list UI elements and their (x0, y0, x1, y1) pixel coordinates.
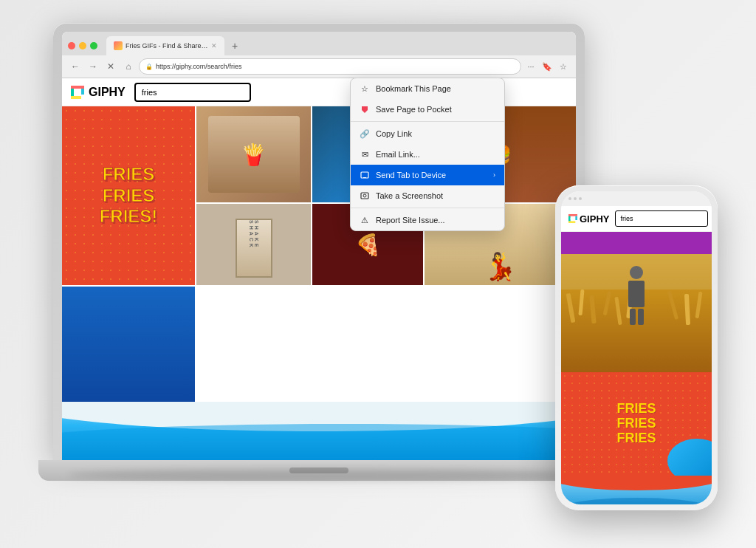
forward-button[interactable]: → (86, 59, 100, 74)
phone-wave-area (561, 476, 712, 504)
svg-rect-12 (568, 221, 575, 223)
menu-separator-2 (351, 208, 504, 208)
phone-cell-fries-image (561, 254, 712, 372)
phone-cell-fries-text: FRIES FRIES FRIES (561, 372, 712, 476)
minimize-window-dot[interactable] (79, 42, 86, 49)
close-button[interactable]: ✕ (103, 59, 118, 74)
phone-dot-3 (579, 197, 582, 200)
svg-rect-4 (74, 91, 80, 94)
menu-label-screenshot: Take a Screenshot (376, 191, 495, 200)
phone-purple-bar (561, 232, 712, 254)
phone-dot-1 (568, 197, 571, 200)
svg-rect-6 (363, 177, 366, 178)
giphy-cell-fries-text: FRIES FRIES FRIES! (62, 106, 195, 285)
svg-rect-5 (361, 172, 368, 178)
menu-item-emaillink[interactable]: ✉ Email Link... (351, 144, 504, 165)
tab-favicon (114, 41, 123, 50)
menu-button[interactable]: ··· (524, 60, 537, 73)
lock-icon: 🔒 (145, 64, 153, 70)
pocket-button[interactable]: 🔖 (540, 60, 554, 73)
report-icon: ⚠ (360, 215, 370, 225)
phone-status-bar (561, 191, 712, 206)
menu-label-emaillink: Email Link... (376, 150, 495, 159)
menu-item-pocket[interactable]: Save Page to Pocket (351, 99, 504, 120)
bookmark-icon: ☆ (360, 83, 370, 94)
giphy-logo: GIPHY (71, 86, 126, 99)
svg-point-8 (363, 194, 366, 197)
menu-label-senddevice: Send Tab to Device (376, 171, 487, 179)
bookmark-button[interactable]: ☆ (557, 60, 570, 73)
menu-label-pocket: Save Page to Pocket (376, 105, 495, 114)
browser-toolbar: ← → ✕ ⌂ 🔒 https://giphy.com/search/fries… (62, 55, 576, 78)
browser-tab-active[interactable]: Fries GIFs - Find & Share on Gi... ✕ (106, 36, 224, 55)
phone-search-input[interactable] (615, 210, 708, 227)
laptop-screen: Fries GIFs - Find & Share on Gi... ✕ + ←… (62, 32, 576, 460)
scene: Fries GIFs - Find & Share on Gi... ✕ + ←… (38, 23, 718, 525)
back-button[interactable]: ← (68, 59, 83, 74)
svg-rect-7 (361, 193, 368, 199)
email-icon: ✉ (360, 149, 370, 160)
browser-tabbar: Fries GIFs - Find & Share on Gi... ✕ + (62, 32, 576, 55)
menu-label-copylink: Copy Link (376, 129, 495, 138)
giphy-search-input[interactable] (134, 83, 251, 102)
phone-status-dots (568, 197, 582, 200)
browser-chrome: Fries GIFs - Find & Share on Gi... ✕ + ←… (62, 32, 576, 78)
tab-close-icon[interactable]: ✕ (211, 42, 217, 49)
svg-rect-11 (575, 216, 577, 220)
phone-dot-2 (574, 197, 577, 200)
submenu-arrow: › (493, 171, 495, 179)
menu-item-report[interactable]: ⚠ Report Site Issue... (351, 210, 504, 230)
menu-label-report: Report Site Issue... (376, 216, 495, 225)
menu-item-copylink[interactable]: 🔗 Copy Link (351, 123, 504, 144)
window-controls (68, 42, 97, 49)
maximize-window-dot[interactable] (90, 42, 97, 49)
menu-label-bookmark: Bookmark This Page (376, 84, 495, 93)
giphy-cell-food: 🍟 (196, 106, 311, 202)
home-button[interactable]: ⌂ (121, 59, 136, 74)
menu-item-senddevice[interactable]: Send Tab to Device › (351, 165, 504, 185)
laptop: Fries GIFs - Find & Share on Gi... ✕ + ←… (38, 23, 599, 481)
close-window-dot[interactable] (68, 42, 75, 49)
screenshot-icon (360, 191, 370, 201)
toolbar-actions: ··· 🔖 ☆ (524, 60, 570, 73)
menu-separator-1 (351, 121, 504, 122)
pocket-icon (360, 104, 370, 114)
link-icon: 🔗 (360, 129, 370, 139)
url-text: https://giphy.com/search/fries (156, 63, 241, 70)
giphy-cell-right-bottom (62, 287, 195, 402)
address-bar[interactable]: 🔒 https://giphy.com/search/fries (139, 58, 521, 75)
svg-rect-1 (71, 86, 84, 89)
new-tab-button[interactable]: + (227, 38, 242, 53)
tab-title: Fries GIFs - Find & Share on Gi... (126, 42, 208, 49)
device-icon (360, 170, 370, 180)
giphy-logo-text: GIPHY (89, 86, 126, 99)
menu-item-screenshot[interactable]: Take a Screenshot (351, 185, 504, 206)
svg-rect-3 (71, 96, 81, 99)
phone-giphy-header: GIPHY (561, 206, 712, 232)
context-menu: ☆ Bookmark This Page Save Page to Pocket (350, 78, 505, 231)
svg-rect-10 (568, 214, 577, 216)
menu-item-bookmark[interactable]: ☆ Bookmark This Page (351, 78, 504, 99)
laptop-shadow (68, 469, 570, 481)
phone-screen: GIPHY (561, 191, 712, 504)
svg-rect-2 (81, 89, 84, 95)
phone-body: GIPHY (555, 185, 718, 510)
svg-rect-13 (571, 218, 574, 220)
giphy-logo-icon (71, 86, 84, 99)
laptop-screen-outer: Fries GIFs - Find & Share on Gi... ✕ + ←… (53, 23, 585, 460)
phone: GIPHY (555, 185, 718, 510)
giphy-cell-shake-shack: SHAKE SHACK (196, 204, 311, 285)
phone-giphy-logo-text: GIPHY (580, 213, 609, 225)
phone-giphy-logo-icon (568, 214, 577, 223)
